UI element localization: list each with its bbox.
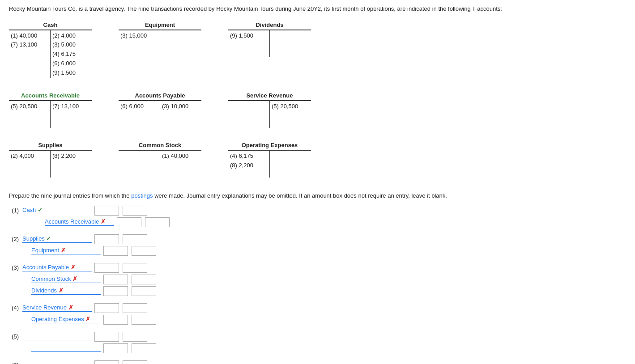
entry-5-debit-2[interactable]: [103, 343, 128, 353]
oe-dr-8: (8) 2,200: [230, 161, 268, 170]
check-icon: ✓: [46, 235, 51, 242]
t-accounts-section: Cash (1) 40,000 (7) 13,100 (2) 4,000 (3)…: [9, 21, 626, 178]
t-account-equipment-right: [160, 30, 201, 57]
t-account-cs: Common Stock (1) 40,000: [119, 142, 201, 178]
cash-cr-2: (2) 4,000: [52, 31, 90, 41]
entry-5-credit-2[interactable]: [132, 343, 156, 353]
entry-1-account-cash: Cash ✓: [22, 207, 92, 214]
entry-2-account-supplies: Supplies ✓: [22, 235, 92, 243]
journal-entry-5: (5): [9, 332, 626, 353]
entry-3-dividends-credit[interactable]: [132, 286, 156, 296]
t-account-dividends-left: (9) 1,500: [228, 30, 270, 57]
t-account-ar-title: Accounts Receivable: [9, 92, 92, 101]
ar-cr-7: (7) 13,100: [52, 102, 90, 111]
journal-entry-2-row-1: (2) Supplies ✓: [9, 234, 626, 244]
t-account-ap-title: Accounts Payable: [119, 92, 201, 101]
intro-text: Rocky Mountain Tours Co. is a travel age…: [9, 4, 626, 13]
entry-5-credit-1[interactable]: [123, 332, 147, 342]
equipment-dr-3: (3) 15,000: [120, 31, 158, 41]
x-icon: ✗: [71, 264, 76, 271]
t-account-ar-left: (5) 20,500: [9, 101, 51, 128]
cash-entry-1: (1) 40,000: [11, 31, 48, 41]
entry-2-supplies-debit[interactable]: [94, 234, 119, 244]
t-account-dividends: Dividends (9) 1,500: [228, 21, 311, 58]
entry-1-account-ar: Accounts Receivable ✗: [45, 218, 114, 226]
t-account-cs-left: [119, 151, 160, 178]
entry-1-ar-debit[interactable]: [117, 217, 141, 227]
entry-3-account-dividends: Dividends ✗: [31, 287, 101, 295]
t-account-cs-title: Common Stock: [119, 142, 201, 151]
entry-3-cs-credit[interactable]: [132, 275, 156, 284]
entry-3-ap-credit[interactable]: [123, 263, 147, 273]
journal-entry-2-row-2: Equipment ✗: [9, 246, 626, 256]
entry-4-num: (4): [9, 305, 22, 311]
cash-entry-7: (7) 13,100: [11, 40, 48, 50]
entry-6-num: (6): [9, 362, 22, 364]
postings-link[interactable]: postings: [131, 192, 153, 199]
x-icon: ✗: [59, 287, 64, 294]
supplies-cr-8: (8) 2,200: [52, 152, 90, 161]
dividends-dr-9: (9) 1,500: [230, 31, 268, 41]
entry-5-account-blank2: [31, 344, 101, 352]
t-account-oe-right: [270, 151, 311, 178]
t-accounts-row-1: Cash (1) 40,000 (7) 13,100 (2) 4,000 (3)…: [9, 21, 626, 79]
t-account-ar: Accounts Receivable (5) 20,500 (7) 13,10…: [9, 92, 92, 128]
entry-3-cs-debit[interactable]: [103, 275, 128, 284]
sr-cr-5: (5) 20,500: [272, 102, 309, 111]
t-account-supplies-left: (2) 4,000: [9, 151, 51, 178]
journal-entry-5-row-2: [9, 343, 626, 353]
t-account-cash: Cash (1) 40,000 (7) 13,100 (2) 4,000 (3)…: [9, 21, 92, 79]
x-icon: ✗: [72, 275, 77, 282]
oe-dr-4: (4) 6,175: [230, 152, 268, 161]
t-accounts-row-3: Supplies (2) 4,000 (8) 2,200 Common Stoc…: [9, 142, 626, 178]
journal-entry-3: (3) Accounts Payable ✗ Common Stock ✗ Di…: [9, 263, 626, 296]
entry-1-cash-debit[interactable]: [94, 206, 119, 216]
entry-4-sr-debit[interactable]: [94, 303, 119, 313]
t-account-equipment: Equipment (3) 15,000: [119, 21, 201, 58]
entry-1-ar-credit[interactable]: [145, 217, 170, 227]
t-account-sr-right: (5) 20,500: [270, 101, 311, 128]
journal-entry-3-row-2: Common Stock ✗: [9, 275, 626, 284]
cs-cr-1: (1) 40,000: [162, 152, 200, 161]
cash-cr-6: (6) 6,000: [52, 59, 90, 68]
journal-entry-4: (4) Service Revenue ✗ Operating Expenses…: [9, 303, 626, 325]
entry-5-account-blank1: [22, 333, 92, 340]
journal-entry-3-row-1: (3) Accounts Payable ✗: [9, 263, 626, 273]
journal-instruction: Prepare the nine journal entries from wh…: [9, 191, 626, 200]
entry-2-equipment-debit[interactable]: [103, 246, 128, 256]
cash-cr-9: (9) 1,500: [52, 68, 90, 78]
x-icon: ✗: [68, 304, 73, 311]
t-account-ap-right: (3) 10,000: [160, 101, 201, 128]
journal-entry-1-row-1: (1) Cash ✓: [9, 206, 626, 216]
entry-3-dividends-debit[interactable]: [103, 286, 128, 296]
journal-entry-4-row-1: (4) Service Revenue ✗: [9, 303, 626, 313]
journal-entry-1: (1) Cash ✓ Accounts Receivable ✗: [9, 206, 626, 227]
entry-6-credit-1[interactable]: [123, 360, 147, 364]
entry-1-cash-credit[interactable]: [123, 206, 147, 216]
entry-4-oe-credit[interactable]: [132, 315, 156, 325]
entry-4-account-sr: Service Revenue ✗: [22, 304, 92, 312]
cash-cr-4: (4) 6,175: [52, 50, 90, 59]
entry-3-account-ap: Accounts Payable ✗: [22, 264, 92, 271]
entry-4-oe-debit[interactable]: [103, 315, 128, 325]
t-account-dividends-title: Dividends: [228, 21, 311, 30]
t-account-cash-left: (1) 40,000 (7) 13,100: [9, 30, 51, 79]
journal-entry-6-row-1: (6): [9, 360, 626, 364]
t-account-oe-title: Operating Expenses: [228, 142, 311, 151]
journal-entry-6: (6): [9, 360, 626, 364]
ar-dr-5: (5) 20,500: [11, 102, 48, 111]
t-accounts-row-2: Accounts Receivable (5) 20,500 (7) 13,10…: [9, 92, 626, 128]
entry-4-sr-credit[interactable]: [123, 303, 147, 313]
entry-6-debit-1[interactable]: [94, 360, 119, 364]
entry-3-account-cs: Common Stock ✗: [31, 275, 101, 283]
entry-2-equipment-credit[interactable]: [132, 246, 156, 256]
entry-5-debit-1[interactable]: [94, 332, 119, 342]
t-account-cs-right: (1) 40,000: [160, 151, 201, 178]
t-account-supplies-title: Supplies: [9, 142, 92, 151]
entry-3-ap-debit[interactable]: [94, 263, 119, 273]
ap-dr-6: (6) 6,000: [120, 102, 158, 111]
entry-2-supplies-credit[interactable]: [123, 234, 147, 244]
t-account-supplies-right: (8) 2,200: [51, 151, 92, 178]
journal-entry-1-row-2: Accounts Receivable ✗: [22, 217, 626, 227]
entry-1-num: (1): [9, 207, 22, 214]
